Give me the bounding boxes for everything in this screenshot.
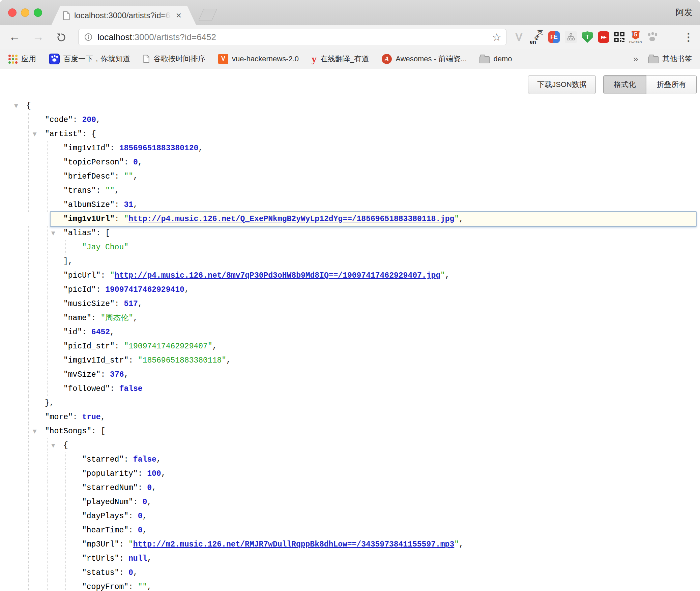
bookmark-google-sort[interactable]: 谷歌按时间排序 xyxy=(143,54,205,64)
collapse-caret-icon[interactable]: ▼ xyxy=(33,424,37,438)
json-token: : xyxy=(91,427,101,436)
indent-guide xyxy=(28,566,29,580)
json-token: true xyxy=(82,413,100,422)
json-token: : xyxy=(82,328,91,337)
json-url-link[interactable]: http://m2.music.126.net/RMJR7wDullRqppBk… xyxy=(133,540,454,549)
bookmark-label: 在线翻译_有道 xyxy=(320,54,369,64)
json-token: "copyFrom" xyxy=(82,583,128,591)
json-token: " xyxy=(110,271,115,280)
indent-guide xyxy=(28,410,29,424)
vue-icon: V xyxy=(218,54,228,64)
json-token: , xyxy=(459,215,464,223)
indent-guide xyxy=(65,580,66,591)
window-close-button[interactable] xyxy=(8,8,17,17)
vue-devtools-extension-icon[interactable]: V xyxy=(513,31,525,43)
collapse-caret-icon[interactable]: ▼ xyxy=(14,99,18,113)
bookmark-youdao-translate[interactable]: y 在线翻译_有道 xyxy=(312,53,369,65)
forward-button[interactable]: → xyxy=(32,29,44,44)
tab-close-icon[interactable]: × xyxy=(176,11,181,20)
indent-guide xyxy=(65,240,66,254)
json-token: : xyxy=(128,583,138,591)
json-token: : xyxy=(96,186,106,195)
bookmark-vue-hackernews[interactable]: V vue-hackernews-2.0 xyxy=(218,54,299,64)
collapse-all-button[interactable]: 折叠所有 xyxy=(646,75,696,94)
json-row: ▼{ xyxy=(0,438,700,453)
json-token: : xyxy=(124,158,133,167)
collapse-caret-icon[interactable]: ▼ xyxy=(33,127,37,141)
indent-guide xyxy=(28,254,29,269)
json-token: , xyxy=(184,285,189,294)
bookmark-apps[interactable]: 应用 xyxy=(8,54,36,64)
json-token: , xyxy=(133,314,138,322)
indent-guide xyxy=(47,155,48,169)
json-token: , xyxy=(147,583,152,591)
window-minimize-button[interactable] xyxy=(21,8,29,17)
json-token: "" xyxy=(105,186,115,195)
bookmark-demo-folder[interactable]: demo xyxy=(479,55,512,63)
new-tab-button[interactable] xyxy=(198,9,217,21)
fe-extension-icon[interactable]: FE xyxy=(548,31,560,43)
json-token: "rtUrls" xyxy=(82,554,119,563)
bookmark-star-icon[interactable]: ☆ xyxy=(492,32,501,42)
json-url-link[interactable]: http://p4.music.126.net/Q_ExePNkmgB2yWyL… xyxy=(128,215,454,223)
info-icon[interactable] xyxy=(84,33,93,41)
indent-guide xyxy=(47,438,48,453)
tampermonkey-extension-icon[interactable]: T xyxy=(582,31,593,43)
json-row: "popularity": 100, xyxy=(0,467,700,481)
bookmark-label: vue-hackernews-2.0 xyxy=(232,55,299,63)
json-token: , xyxy=(152,484,156,492)
qrcode-extension-icon[interactable] xyxy=(614,32,624,42)
paw-extension-icon[interactable] xyxy=(647,32,658,42)
indent-guide xyxy=(28,424,29,438)
json-token: : xyxy=(133,498,143,506)
json-token: [ xyxy=(105,229,110,238)
video-speed-extension-icon[interactable]: ▶▶ xyxy=(598,31,609,43)
json-token: "" xyxy=(138,583,147,591)
browser-menu-icon[interactable]: ⋮ xyxy=(683,30,694,44)
download-json-button[interactable]: 下载JSON数据 xyxy=(528,75,596,94)
profile-name[interactable]: 阿发 xyxy=(676,7,693,18)
json-token: "picId_str" xyxy=(63,342,115,351)
collapse-caret-icon[interactable]: ▼ xyxy=(51,226,55,240)
sitemap-extension-icon[interactable] xyxy=(565,31,577,43)
html5-player-extension-icon[interactable]: 5 PLAYER xyxy=(630,30,642,44)
reload-button[interactable] xyxy=(56,31,67,46)
json-token: , xyxy=(142,526,147,535)
indent-guide xyxy=(65,467,66,481)
json-row: ▼{ xyxy=(0,99,700,113)
bookmark-baidu[interactable]: 百度一下，你就知道 xyxy=(49,54,130,64)
collapse-caret-icon[interactable]: ▼ xyxy=(51,438,55,453)
back-button[interactable]: ← xyxy=(9,29,21,44)
browser-tab[interactable]: localhost:3000/artists?id=645 × xyxy=(51,6,196,25)
window-controls xyxy=(8,8,42,17)
other-bookmarks[interactable]: 其他书签 xyxy=(648,54,692,64)
indent-guide xyxy=(28,113,29,127)
bookmark-awesomes[interactable]: A Awesomes - 前端资... xyxy=(382,54,467,64)
json-token: , xyxy=(96,116,101,124)
json-token: : xyxy=(115,342,124,351)
json-url-link[interactable]: http://p4.music.126.net/8mv7qP30Pd3oHW8b… xyxy=(115,271,440,280)
window-zoom-button[interactable] xyxy=(34,8,42,17)
translate-extension-icon[interactable]: 英 en ⇄ xyxy=(530,30,543,44)
format-button[interactable]: 格式化 xyxy=(604,75,646,94)
json-viewer: ▼{"code": 200,▼"artist": {"img1v1Id": 18… xyxy=(0,69,700,591)
indent-guide xyxy=(28,438,29,453)
bookmarks-overflow-chevron[interactable]: » xyxy=(633,54,638,64)
json-token: , xyxy=(161,469,166,478)
json-token: 18569651883380120 xyxy=(119,144,199,153)
json-row: "rtUrls": null, xyxy=(0,552,700,566)
indent-guide xyxy=(47,297,48,311)
navigation-toolbar: ← → localhost:3000/artists?id=6452 ☆ V 英… xyxy=(0,25,700,49)
baidu-paw-icon xyxy=(49,54,60,64)
folder-icon xyxy=(648,56,659,63)
json-row: "musicSize": 517, xyxy=(0,297,700,311)
json-token: "popularity" xyxy=(82,469,138,478)
bookmarks-bar: 应用 百度一下，你就知道 谷歌按时间排序 V vue-hackernews-2.… xyxy=(0,49,700,69)
json-token: " xyxy=(124,215,128,223)
address-bar[interactable]: localhost:3000/artists?id=6452 ☆ xyxy=(78,29,506,45)
indent-guide xyxy=(28,339,29,353)
json-row: "name": "周杰伦", xyxy=(0,311,700,325)
indent-guide xyxy=(47,339,48,353)
json-token: false xyxy=(119,384,143,393)
json-token: false xyxy=(133,455,156,464)
